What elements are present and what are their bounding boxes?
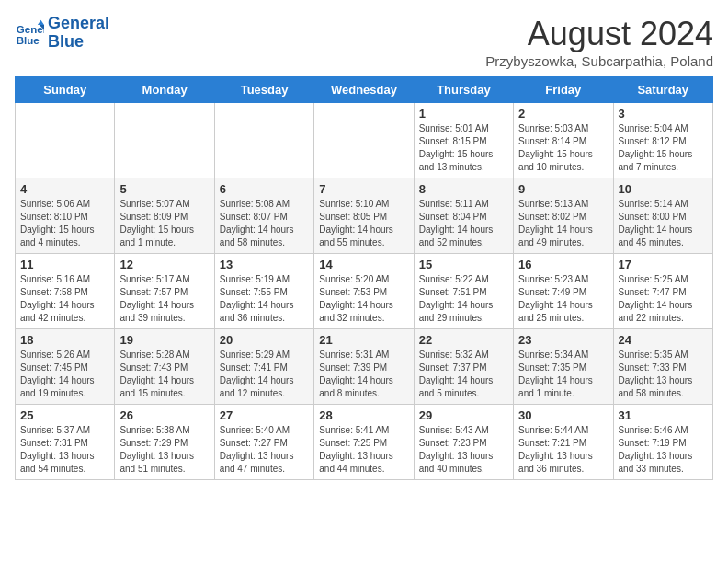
calendar-cell: 2Sunrise: 5:03 AM Sunset: 8:14 PM Daylig…	[514, 103, 613, 178]
day-number: 3	[619, 107, 708, 121]
day-number: 24	[619, 333, 708, 347]
day-number: 26	[119, 408, 209, 422]
day-info: Sunrise: 5:19 AM Sunset: 7:55 PM Dayligh…	[220, 273, 309, 325]
day-number: 12	[119, 258, 209, 271]
header: General Blue General Blue August 2024 Pr…	[15, 15, 713, 69]
day-number: 31	[619, 408, 708, 422]
day-info: Sunrise: 5:35 AM Sunset: 7:33 PM Dayligh…	[619, 349, 708, 400]
calendar-cell: 24Sunrise: 5:35 AM Sunset: 7:33 PM Dayli…	[613, 329, 712, 405]
day-info: Sunrise: 5:28 AM Sunset: 7:43 PM Dayligh…	[119, 349, 209, 400]
day-number: 1	[419, 107, 508, 121]
header-tuesday: Tuesday	[214, 77, 313, 103]
calendar-cell: 23Sunrise: 5:34 AM Sunset: 7:35 PM Dayli…	[514, 329, 613, 405]
svg-marker-2	[38, 20, 44, 25]
calendar-cell	[16, 103, 115, 178]
day-number: 17	[619, 258, 708, 271]
calendar-cell: 18Sunrise: 5:26 AM Sunset: 7:45 PM Dayli…	[16, 329, 115, 405]
day-number: 9	[518, 182, 608, 196]
calendar-cell	[115, 103, 214, 178]
day-number: 10	[619, 182, 708, 196]
calendar-cell: 25Sunrise: 5:37 AM Sunset: 7:31 PM Dayli…	[16, 405, 115, 480]
calendar-week-3: 11Sunrise: 5:16 AM Sunset: 7:58 PM Dayli…	[16, 254, 713, 329]
calendar-cell: 3Sunrise: 5:04 AM Sunset: 8:12 PM Daylig…	[613, 103, 712, 178]
calendar-cell: 12Sunrise: 5:17 AM Sunset: 7:57 PM Dayli…	[115, 254, 214, 329]
calendar-week-1: 1Sunrise: 5:01 AM Sunset: 8:15 PM Daylig…	[16, 103, 713, 178]
day-number: 13	[220, 258, 309, 271]
day-info: Sunrise: 5:16 AM Sunset: 7:58 PM Dayligh…	[20, 273, 109, 325]
calendar-cell: 19Sunrise: 5:28 AM Sunset: 7:43 PM Dayli…	[115, 329, 214, 405]
header-thursday: Thursday	[414, 77, 513, 103]
day-info: Sunrise: 5:06 AM Sunset: 8:10 PM Dayligh…	[20, 198, 109, 249]
calendar-cell: 15Sunrise: 5:22 AM Sunset: 7:51 PM Dayli…	[414, 254, 513, 329]
svg-text:Blue: Blue	[17, 35, 40, 46]
day-number: 16	[518, 258, 608, 271]
day-info: Sunrise: 5:41 AM Sunset: 7:25 PM Dayligh…	[319, 424, 408, 476]
day-number: 7	[319, 182, 408, 196]
calendar-cell: 26Sunrise: 5:38 AM Sunset: 7:29 PM Dayli…	[115, 405, 214, 480]
calendar-cell	[314, 103, 414, 178]
day-info: Sunrise: 5:10 AM Sunset: 8:05 PM Dayligh…	[319, 198, 408, 249]
day-number: 19	[119, 333, 209, 347]
calendar-cell: 14Sunrise: 5:20 AM Sunset: 7:53 PM Dayli…	[314, 254, 414, 329]
day-number: 6	[220, 182, 309, 196]
day-number: 20	[220, 333, 309, 347]
day-info: Sunrise: 5:44 AM Sunset: 7:21 PM Dayligh…	[518, 424, 608, 476]
calendar-cell: 20Sunrise: 5:29 AM Sunset: 7:41 PM Dayli…	[214, 329, 313, 405]
calendar-cell: 13Sunrise: 5:19 AM Sunset: 7:55 PM Dayli…	[214, 254, 313, 329]
day-info: Sunrise: 5:23 AM Sunset: 7:49 PM Dayligh…	[518, 273, 608, 325]
calendar-week-5: 25Sunrise: 5:37 AM Sunset: 7:31 PM Dayli…	[16, 405, 713, 480]
header-wednesday: Wednesday	[314, 77, 414, 103]
calendar-cell: 17Sunrise: 5:25 AM Sunset: 7:47 PM Dayli…	[613, 254, 712, 329]
day-info: Sunrise: 5:37 AM Sunset: 7:31 PM Dayligh…	[20, 424, 109, 476]
day-info: Sunrise: 5:43 AM Sunset: 7:23 PM Dayligh…	[419, 424, 508, 476]
calendar-cell: 4Sunrise: 5:06 AM Sunset: 8:10 PM Daylig…	[16, 178, 115, 254]
calendar-week-2: 4Sunrise: 5:06 AM Sunset: 8:10 PM Daylig…	[16, 178, 713, 254]
calendar-cell: 5Sunrise: 5:07 AM Sunset: 8:09 PM Daylig…	[115, 178, 214, 254]
calendar-cell: 31Sunrise: 5:46 AM Sunset: 7:19 PM Dayli…	[613, 405, 712, 480]
day-number: 27	[220, 408, 309, 422]
logo: General Blue General Blue	[15, 15, 109, 52]
day-number: 25	[20, 408, 109, 422]
calendar-cell: 29Sunrise: 5:43 AM Sunset: 7:23 PM Dayli…	[414, 405, 513, 480]
month-title: August 2024	[485, 15, 713, 53]
calendar-cell: 9Sunrise: 5:13 AM Sunset: 8:02 PM Daylig…	[514, 178, 613, 254]
day-number: 5	[119, 182, 209, 196]
day-info: Sunrise: 5:40 AM Sunset: 7:27 PM Dayligh…	[220, 424, 309, 476]
day-number: 21	[319, 333, 408, 347]
calendar-table: Sunday Monday Tuesday Wednesday Thursday…	[15, 76, 713, 480]
day-number: 4	[20, 182, 109, 196]
calendar-cell: 22Sunrise: 5:32 AM Sunset: 7:37 PM Dayli…	[414, 329, 513, 405]
day-info: Sunrise: 5:25 AM Sunset: 7:47 PM Dayligh…	[619, 273, 708, 325]
day-info: Sunrise: 5:26 AM Sunset: 7:45 PM Dayligh…	[20, 349, 109, 400]
calendar-cell: 28Sunrise: 5:41 AM Sunset: 7:25 PM Dayli…	[314, 405, 414, 480]
day-info: Sunrise: 5:03 AM Sunset: 8:14 PM Dayligh…	[518, 122, 608, 174]
calendar-cell: 1Sunrise: 5:01 AM Sunset: 8:15 PM Daylig…	[414, 103, 513, 178]
header-monday: Monday	[115, 77, 214, 103]
calendar-cell: 11Sunrise: 5:16 AM Sunset: 7:58 PM Dayli…	[16, 254, 115, 329]
calendar-cell: 10Sunrise: 5:14 AM Sunset: 8:00 PM Dayli…	[613, 178, 712, 254]
location-title: Przybyszowka, Subcarpathia, Poland	[485, 53, 713, 69]
day-info: Sunrise: 5:20 AM Sunset: 7:53 PM Dayligh…	[319, 273, 408, 325]
calendar-cell: 27Sunrise: 5:40 AM Sunset: 7:27 PM Dayli…	[214, 405, 313, 480]
calendar-body: 1Sunrise: 5:01 AM Sunset: 8:15 PM Daylig…	[16, 103, 713, 480]
calendar-cell: 7Sunrise: 5:10 AM Sunset: 8:05 PM Daylig…	[314, 178, 414, 254]
day-number: 15	[419, 258, 508, 271]
day-number: 22	[419, 333, 508, 347]
day-number: 2	[518, 107, 608, 121]
day-info: Sunrise: 5:38 AM Sunset: 7:29 PM Dayligh…	[119, 424, 209, 476]
day-number: 11	[20, 258, 109, 271]
day-number: 23	[518, 333, 608, 347]
header-sunday: Sunday	[16, 77, 115, 103]
day-info: Sunrise: 5:07 AM Sunset: 8:09 PM Dayligh…	[119, 198, 209, 249]
calendar-cell: 30Sunrise: 5:44 AM Sunset: 7:21 PM Dayli…	[514, 405, 613, 480]
header-friday: Friday	[514, 77, 613, 103]
day-number: 8	[419, 182, 508, 196]
calendar-cell: 6Sunrise: 5:08 AM Sunset: 8:07 PM Daylig…	[214, 178, 313, 254]
day-info: Sunrise: 5:01 AM Sunset: 8:15 PM Dayligh…	[419, 122, 508, 174]
day-info: Sunrise: 5:11 AM Sunset: 8:04 PM Dayligh…	[419, 198, 508, 249]
logo-text: General Blue	[48, 15, 109, 52]
day-info: Sunrise: 5:13 AM Sunset: 8:02 PM Dayligh…	[518, 198, 608, 249]
day-number: 28	[319, 408, 408, 422]
day-info: Sunrise: 5:22 AM Sunset: 7:51 PM Dayligh…	[419, 273, 508, 325]
day-info: Sunrise: 5:04 AM Sunset: 8:12 PM Dayligh…	[619, 122, 708, 174]
